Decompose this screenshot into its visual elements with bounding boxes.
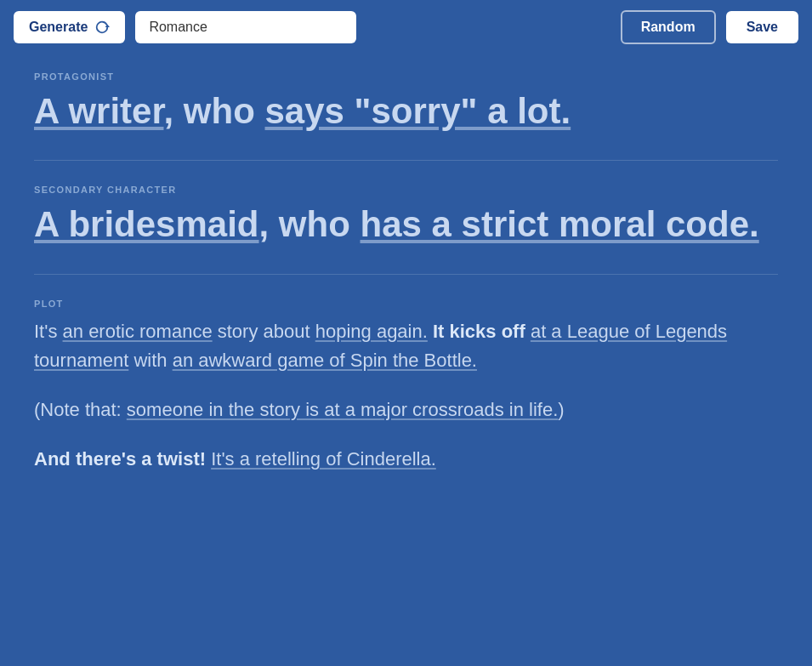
- plot-note-close: ): [558, 399, 564, 420]
- plot-section: PLOT It's an erotic romance story about …: [34, 299, 778, 474]
- secondary-label: SECONDARY CHARACTER: [34, 185, 778, 195]
- protagonist-part3: says "sorry" a lot.: [265, 91, 571, 131]
- plot-label: PLOT: [34, 299, 778, 309]
- divider-1: [34, 160, 778, 161]
- toolbar: Generate Random Save: [0, 0, 812, 54]
- plot-link2: hoping again.: [315, 321, 428, 342]
- save-label: Save: [747, 20, 778, 34]
- plot-note-intro: (Note that:: [34, 399, 127, 420]
- protagonist-part1: A writer: [34, 91, 164, 131]
- plot-mid2: with: [128, 350, 172, 371]
- plot-link4: an awkward game of Spin the Bottle.: [173, 350, 477, 371]
- main-content: PROTAGONIST A writer, who says "sorry" a…: [0, 54, 812, 508]
- plot-note-link: someone in the story is at a major cross…: [127, 399, 558, 420]
- random-button[interactable]: Random: [621, 10, 716, 44]
- plot-twist-intro: And there's a twist!: [34, 448, 211, 470]
- generate-label: Generate: [29, 20, 88, 35]
- protagonist-text: A writer, who says "sorry" a lot.: [34, 90, 778, 133]
- plot-intro: It's: [34, 321, 63, 342]
- protagonist-section: PROTAGONIST A writer, who says "sorry" a…: [34, 71, 778, 133]
- divider-2: [34, 274, 778, 275]
- refresh-icon: [94, 20, 110, 35]
- save-button[interactable]: Save: [726, 11, 798, 43]
- secondary-part2: , who: [259, 204, 361, 244]
- plot-twist-link: It's a retelling of Cinderella.: [211, 448, 436, 470]
- genre-input[interactable]: [135, 11, 356, 43]
- plot-twist: And there's a twist! It's a retelling of…: [34, 445, 778, 474]
- random-label: Random: [641, 20, 696, 34]
- secondary-part1: A bridesmaid: [34, 204, 259, 244]
- secondary-text: A bridesmaid, who has a strict moral cod…: [34, 203, 778, 246]
- generate-button[interactable]: Generate: [14, 11, 125, 43]
- protagonist-label: PROTAGONIST: [34, 71, 778, 82]
- secondary-section: SECONDARY CHARACTER A bridesmaid, who ha…: [34, 185, 778, 246]
- secondary-part3: has a strict moral code.: [361, 204, 759, 244]
- plot-mid1: story about: [213, 321, 315, 342]
- protagonist-part2: , who: [164, 91, 265, 131]
- plot-text: It's an erotic romance story about hopin…: [34, 317, 778, 375]
- plot-link1: an erotic romance: [63, 321, 213, 342]
- plot-bold1: It kicks off: [428, 321, 531, 342]
- plot-note: (Note that: someone in the story is at a…: [34, 396, 778, 424]
